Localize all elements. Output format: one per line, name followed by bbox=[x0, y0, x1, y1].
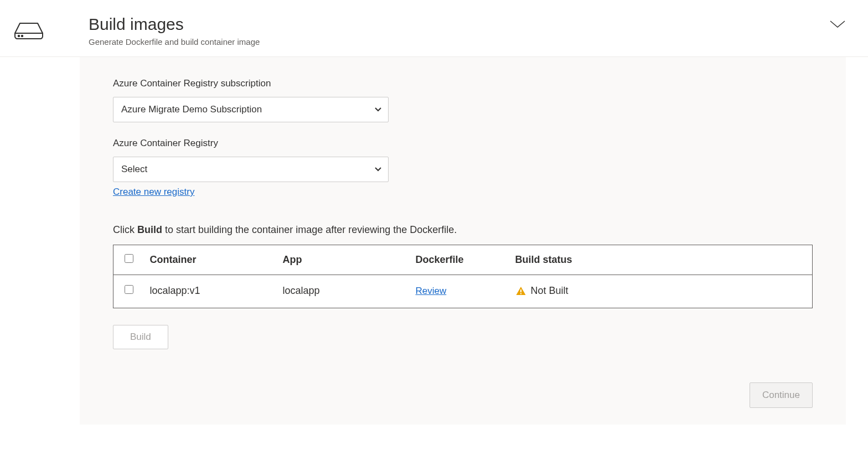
subscription-label: Azure Container Registry subscription bbox=[113, 78, 813, 89]
subscription-select[interactable] bbox=[113, 97, 389, 122]
row-checkbox-cell bbox=[113, 275, 144, 308]
row-status: Not Built bbox=[531, 285, 569, 297]
registry-select[interactable] bbox=[113, 157, 389, 182]
instruction-bold: Build bbox=[137, 224, 162, 235]
page-title: Build images bbox=[89, 13, 846, 35]
header-container: Container bbox=[144, 245, 277, 275]
instruction-text: Click Build to start building the contai… bbox=[113, 224, 813, 236]
continue-button[interactable]: Continue bbox=[750, 382, 813, 408]
registry-field-group: Azure Container Registry Create new regi… bbox=[113, 138, 813, 198]
build-button[interactable]: Build bbox=[113, 325, 168, 349]
svg-rect-3 bbox=[520, 293, 521, 294]
instruction-suffix: to start building the container image af… bbox=[162, 224, 457, 235]
content-panel: Azure Container Registry subscription Az… bbox=[80, 57, 846, 425]
header-app: App bbox=[277, 245, 410, 275]
disk-icon bbox=[13, 21, 44, 43]
row-container: localapp:v1 bbox=[144, 275, 277, 308]
build-table: Container App Dockerfile Build status lo… bbox=[113, 245, 813, 308]
row-checkbox[interactable] bbox=[125, 285, 133, 294]
subscription-field-group: Azure Container Registry subscription bbox=[113, 78, 813, 122]
row-dockerfile-cell: Review bbox=[410, 275, 510, 308]
table-row: localapp:v1 localapp Review bbox=[113, 275, 813, 308]
registry-label: Azure Container Registry bbox=[113, 138, 813, 149]
row-status-cell: Not Built bbox=[510, 275, 813, 308]
page-subtitle: Generate Dockerfile and build container … bbox=[89, 36, 846, 48]
svg-point-0 bbox=[18, 35, 19, 37]
header-checkbox-cell bbox=[113, 245, 144, 275]
row-app: localapp bbox=[277, 275, 410, 308]
page-header: Build images Generate Dockerfile and bui… bbox=[0, 0, 868, 57]
warning-icon bbox=[515, 286, 526, 297]
review-link[interactable]: Review bbox=[416, 286, 447, 297]
instruction-prefix: Click bbox=[113, 224, 137, 235]
header-status: Build status bbox=[510, 245, 813, 275]
header-dockerfile: Dockerfile bbox=[410, 245, 510, 275]
collapse-chevron-icon[interactable] bbox=[829, 20, 846, 31]
svg-rect-2 bbox=[520, 289, 521, 292]
svg-point-1 bbox=[22, 35, 23, 37]
select-all-checkbox[interactable] bbox=[125, 254, 133, 263]
create-registry-link[interactable]: Create new registry bbox=[113, 187, 194, 198]
